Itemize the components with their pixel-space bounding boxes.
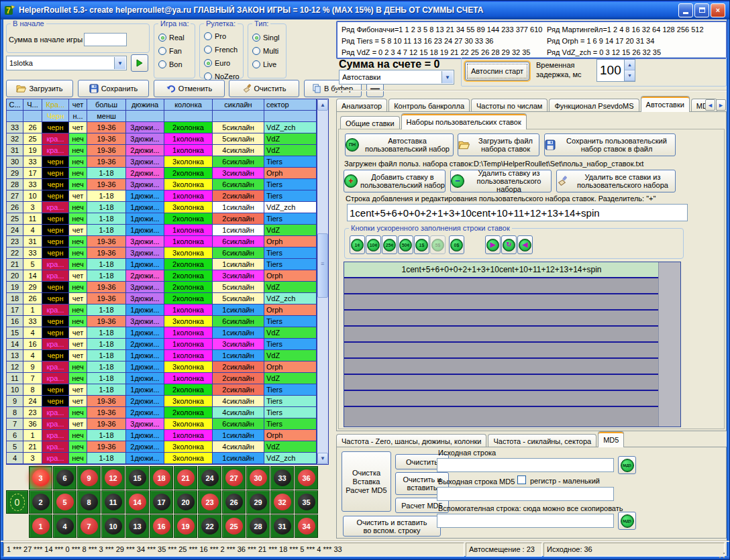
radio-euro[interactable]: Euro — [204, 56, 240, 70]
sub-tab[interactable]: Наборы пользовательских ставок — [401, 113, 527, 129]
load-button[interactable]: Загрузить — [6, 80, 73, 97]
main-tab[interactable]: Контроль банкролла — [388, 99, 470, 112]
chevron-down-icon[interactable]: ▼ — [441, 71, 453, 83]
play-button[interactable] — [131, 54, 148, 72]
start-sum-input[interactable] — [84, 33, 127, 46]
bottom-tab[interactable]: MD5 — [598, 431, 624, 447]
board-number-19[interactable]: 19 — [174, 514, 197, 538]
autostake-user-set-button[interactable]: ПН Автоставка пользовательский набор — [345, 133, 454, 156]
resize-grip[interactable] — [719, 552, 725, 559]
chip-1$[interactable]: 1$ — [414, 235, 429, 254]
chip-10¢[interactable]: 10¢ — [366, 235, 381, 254]
board-number-5[interactable]: 5 — [53, 490, 76, 514]
board-number-17[interactable]: 17 — [150, 490, 173, 514]
tab-scroll-right-icon[interactable]: ► — [716, 99, 726, 111]
board-number-10[interactable]: 10 — [101, 514, 125, 538]
add-stake-button[interactable]: + Добавить ставку в пользовательский наб… — [344, 170, 446, 192]
board-number-27[interactable]: 27 — [222, 466, 246, 490]
back-chip[interactable]: ◀ — [517, 235, 533, 254]
md5-output-input[interactable] — [437, 487, 614, 501]
board-number-13[interactable]: 13 — [125, 514, 149, 538]
board-number-6[interactable]: 6 — [53, 466, 76, 490]
board-number-18[interactable]: 18 — [150, 466, 173, 490]
board-number-33[interactable]: 33 — [270, 466, 294, 490]
board-number-31[interactable]: 31 — [270, 514, 294, 538]
board-number-20[interactable]: 20 — [174, 490, 197, 514]
scroll-down-icon[interactable]: ▼ — [317, 453, 328, 464]
board-number-12[interactable]: 12 — [101, 466, 125, 490]
board-number-29[interactable]: 29 — [246, 490, 270, 514]
slot-combo[interactable]: 1slotka ▼ — [6, 56, 127, 70]
undo-button[interactable]: Отменить — [154, 80, 225, 97]
board-number-8[interactable]: 8 — [77, 490, 101, 514]
maximize-button[interactable] — [694, 3, 709, 17]
radio-pro[interactable]: Pro — [204, 30, 240, 43]
radio-fan[interactable]: Fan — [158, 44, 185, 58]
board-number-24[interactable]: 24 — [198, 466, 221, 490]
radio-multi[interactable]: Multi — [252, 44, 279, 58]
spinner-up-icon[interactable]: ▲ — [625, 60, 635, 70]
tab-scroll-left-icon[interactable]: ◄ — [705, 99, 715, 111]
delay-spinner[interactable]: 100 ▲ ▼ — [596, 59, 635, 82]
radio-singl[interactable]: Singl — [252, 31, 279, 44]
remove-all-stakes-button[interactable]: Удалить все ставки из пользовательского … — [556, 170, 676, 192]
radio-bon[interactable]: Bon — [158, 58, 185, 71]
md5-aux-input[interactable] — [437, 514, 614, 528]
save-button[interactable]: Сохранить — [78, 80, 149, 97]
board-number-35[interactable]: 35 — [295, 490, 318, 514]
board-number-28[interactable]: 28 — [246, 514, 270, 538]
board-number-16[interactable]: 16 — [150, 514, 173, 538]
main-tab[interactable]: Автоставки — [641, 96, 690, 112]
scroll-thumb[interactable] — [317, 233, 328, 298]
md5-clear-paste-aux-button[interactable]: Очистить и вставить во вспом. строку — [343, 516, 441, 537]
md5-clear-paste-calc-button[interactable]: Очистка Вставка Расчет MD5 — [342, 451, 391, 512]
main-tab[interactable]: Частоты по числам — [471, 99, 548, 112]
board-number-23[interactable]: 23 — [198, 490, 221, 514]
main-tab[interactable]: Функционал PsevdoMS — [549, 99, 639, 112]
chip-25¢[interactable]: 25¢ — [382, 235, 397, 254]
remove-stake-button[interactable]: − Удалить ставку из пользовательского на… — [450, 170, 552, 192]
board-number-21[interactable]: 21 — [174, 466, 197, 490]
chevron-down-icon[interactable]: ▼ — [114, 57, 125, 69]
board-number-4[interactable]: 4 — [53, 514, 76, 538]
board-number-34[interactable]: 34 — [295, 514, 318, 538]
mode-combo[interactable]: Автоставки ▼ — [339, 70, 454, 85]
board-number-1[interactable]: 1 — [29, 514, 52, 538]
chip-1¢[interactable]: 1¢ — [350, 235, 365, 254]
save-set-file-button[interactable]: Сохранить пользовательский набор ставок … — [544, 133, 676, 156]
chip-50¢[interactable]: 50¢ — [398, 235, 413, 254]
board-number-30[interactable]: 30 — [246, 466, 270, 490]
board-number-32[interactable]: 32 — [270, 490, 294, 514]
board-number-22[interactable]: 22 — [198, 514, 221, 538]
lowercase-checkbox[interactable] — [517, 475, 526, 484]
board-number-11[interactable]: 11 — [101, 490, 125, 514]
radio-live[interactable]: Live — [252, 58, 279, 71]
table-scrollbar[interactable]: ▲ ▼ — [317, 99, 328, 464]
sub-tab[interactable]: Общие ставки — [340, 116, 400, 129]
board-number-3[interactable]: 3 — [29, 466, 52, 490]
bottom-tab[interactable]: Частота - сиклайны, сектора — [488, 434, 596, 447]
scroll-up-icon[interactable]: ▲ — [317, 99, 328, 111]
radio-real[interactable]: Real — [158, 31, 185, 44]
chip-0$[interactable]: 0$ — [449, 235, 464, 254]
autospin-start-button[interactable]: Автоспин старт — [465, 62, 529, 80]
bottom-tab[interactable]: Частота - Zero, шансы, дюжины, колонки — [336, 434, 486, 447]
board-number-7[interactable]: 7 — [77, 514, 101, 538]
close-button[interactable]: × — [711, 3, 725, 17]
board-number-14[interactable]: 14 — [125, 490, 149, 514]
board-number-26[interactable]: 26 — [222, 490, 246, 514]
spinner-down-icon[interactable]: ▼ — [625, 70, 635, 81]
list-scroll-strip[interactable] — [658, 262, 680, 427]
md5-calc-aux-button[interactable]: МД5 — [618, 512, 636, 530]
clear-button[interactable]: Очистить — [229, 80, 299, 97]
repeat-chip[interactable]: ↻ — [501, 235, 517, 254]
bet-set-row[interactable]: 1cent+5+6+0+0+2+1+3+10cent+10+11+12+13+1… — [344, 262, 659, 277]
radio-french[interactable]: French — [204, 43, 240, 56]
md5-source-input[interactable] — [437, 458, 614, 472]
md5-calc-source-button[interactable]: МД5 — [618, 456, 636, 474]
board-number-2[interactable]: 2 — [29, 490, 52, 514]
main-tab[interactable]: Анализатор — [336, 99, 387, 112]
load-set-file-button[interactable]: Загрузить файл набора ставок — [458, 133, 539, 156]
play-chip[interactable]: ▶ — [485, 235, 501, 254]
minimize-button[interactable] — [678, 3, 693, 17]
